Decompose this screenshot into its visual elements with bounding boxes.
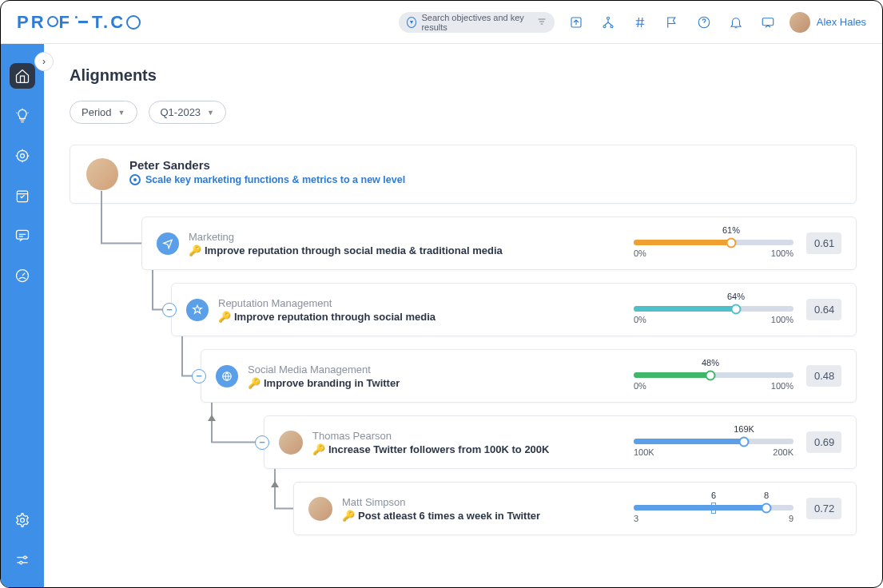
collapse-button[interactable]: − bbox=[192, 369, 206, 383]
sidebar-target[interactable] bbox=[10, 143, 35, 169]
root-objective[interactable]: Scale key marketing functions & metrics … bbox=[129, 174, 405, 185]
key-icon: 🔑 bbox=[312, 443, 325, 455]
progress-bar[interactable]: 48%0%100% bbox=[634, 361, 794, 391]
node-title: 🔑Improve branding in Twitter bbox=[248, 377, 400, 389]
progress-max: 9 bbox=[789, 514, 794, 523]
progress-label: 8 bbox=[764, 491, 769, 500]
logo-o2-icon bbox=[126, 15, 141, 30]
help-icon[interactable] bbox=[697, 15, 711, 30]
alignment-node[interactable]: −Reputation Management🔑Improve reputatio… bbox=[171, 283, 857, 336]
progress-bar[interactable]: 169K100K200K bbox=[634, 427, 794, 457]
target-icon: ▾ bbox=[407, 17, 417, 28]
svg-point-11 bbox=[21, 518, 25, 522]
logo-part2: F bbox=[59, 12, 72, 33]
progress-min: 3 bbox=[634, 514, 638, 523]
sidebar-home[interactable] bbox=[10, 63, 35, 89]
avatar bbox=[790, 12, 810, 33]
category-icon bbox=[186, 299, 209, 321]
category-icon bbox=[157, 232, 179, 255]
svg-point-7 bbox=[21, 154, 25, 158]
sidebar-ideas[interactable] bbox=[10, 103, 35, 129]
progress-label: 169K bbox=[734, 424, 754, 434]
progress-bar[interactable]: 61%0%100% bbox=[634, 228, 794, 258]
svg-point-2 bbox=[603, 25, 606, 27]
alignment-node[interactable]: −Thomas Pearson🔑Increase Twitter followe… bbox=[264, 415, 857, 469]
progress-max: 100% bbox=[771, 381, 794, 391]
score-badge: 0.48 bbox=[806, 365, 841, 387]
collapse-button[interactable]: − bbox=[162, 303, 177, 317]
hierarchy-icon[interactable] bbox=[601, 15, 615, 30]
progress-min: 100K bbox=[634, 447, 654, 457]
logo[interactable]: PR F T.C bbox=[17, 12, 141, 33]
search-input[interactable]: ▾ Search objectives and key results bbox=[399, 12, 555, 33]
alignment-node[interactable]: −Social Media Management🔑Improve brandin… bbox=[201, 349, 857, 403]
node-category: Matt Simpson bbox=[342, 496, 540, 508]
page-title: Alignments bbox=[70, 66, 857, 85]
alignment-node[interactable]: Marketing🔑Improve reputation through soc… bbox=[141, 217, 857, 270]
progress-min: 0% bbox=[634, 248, 646, 258]
export-icon[interactable] bbox=[569, 15, 583, 30]
svg-point-12 bbox=[24, 556, 26, 558]
sidebar-settings[interactable] bbox=[10, 507, 35, 533]
root-avatar bbox=[86, 158, 118, 190]
key-icon: 🔑 bbox=[248, 377, 261, 389]
node-category: Reputation Management bbox=[218, 297, 436, 309]
progress-max: 100% bbox=[771, 315, 794, 324]
root-name: Peter Sanders bbox=[129, 158, 405, 172]
progress-bar[interactable]: 6839 bbox=[634, 494, 794, 523]
logo-o-icon bbox=[47, 16, 58, 27]
node-title: 🔑Improve reputation through social media… bbox=[189, 244, 503, 256]
progress-bar[interactable]: 64%0%100% bbox=[634, 295, 794, 324]
period-label: Period bbox=[82, 106, 112, 118]
chevron-down-icon: ▼ bbox=[207, 109, 214, 117]
chat-icon[interactable] bbox=[761, 15, 775, 30]
svg-point-13 bbox=[20, 562, 22, 564]
svg-point-1 bbox=[607, 17, 609, 19]
progress-label: 48% bbox=[702, 358, 719, 368]
search-placeholder: Search objectives and key results bbox=[421, 13, 536, 32]
person-avatar bbox=[279, 431, 303, 455]
quarter-filter[interactable]: Q1-2023 ▼ bbox=[149, 101, 227, 124]
logo-part3: T.C bbox=[92, 12, 125, 33]
score-badge: 0.61 bbox=[806, 232, 841, 254]
sidebar-sliders[interactable] bbox=[10, 547, 35, 573]
category-icon bbox=[216, 365, 238, 387]
sidebar-gauge[interactable] bbox=[10, 263, 35, 288]
node-category: Marketing bbox=[189, 231, 503, 243]
logo-part1: PR bbox=[17, 12, 46, 33]
sidebar: › bbox=[1, 44, 44, 587]
chevron-down-icon: ▼ bbox=[118, 109, 125, 117]
progress-max: 200K bbox=[773, 447, 794, 457]
svg-rect-5 bbox=[762, 18, 774, 25]
sidebar-expand-button[interactable]: › bbox=[34, 52, 54, 71]
root-objective-text: Scale key marketing functions & metrics … bbox=[145, 174, 405, 185]
root-card[interactable]: Peter Sanders Scale key marketing functi… bbox=[70, 145, 857, 204]
sidebar-chat[interactable] bbox=[10, 223, 35, 248]
progress-label: 61% bbox=[722, 225, 740, 235]
collapse-button[interactable]: − bbox=[255, 435, 269, 450]
user-name: Alex Hales bbox=[817, 16, 866, 28]
node-title: 🔑Post atleast 6 times a week in Twitter bbox=[342, 510, 540, 522]
flag-icon[interactable] bbox=[665, 15, 679, 30]
node-category: Social Media Management bbox=[248, 364, 400, 375]
hash-icon[interactable] bbox=[633, 15, 647, 30]
person-avatar bbox=[308, 497, 332, 521]
progress-min: 0% bbox=[634, 381, 646, 391]
user-menu[interactable]: Alex Hales bbox=[790, 12, 866, 33]
progress-min: 0% bbox=[634, 315, 646, 324]
sidebar-calendar[interactable] bbox=[10, 183, 35, 209]
period-filter[interactable]: Period ▼ bbox=[70, 101, 137, 124]
key-icon: 🔑 bbox=[218, 311, 231, 323]
score-badge: 0.69 bbox=[806, 431, 841, 453]
svg-point-3 bbox=[611, 25, 613, 27]
filter-icon[interactable] bbox=[537, 17, 547, 28]
key-icon: 🔑 bbox=[189, 244, 201, 256]
progress-label: 6 bbox=[711, 491, 716, 500]
bell-icon[interactable] bbox=[729, 15, 743, 30]
node-title: 🔑Improve reputation through social media bbox=[218, 311, 436, 323]
progress-max: 100% bbox=[771, 248, 794, 258]
quarter-label: Q1-2023 bbox=[161, 106, 201, 118]
score-badge: 0.72 bbox=[806, 498, 841, 519]
node-title: 🔑Increase Twitter followers from 100K to… bbox=[312, 443, 549, 455]
alignment-node[interactable]: Matt Simpson🔑Post atleast 6 times a week… bbox=[293, 482, 857, 535]
